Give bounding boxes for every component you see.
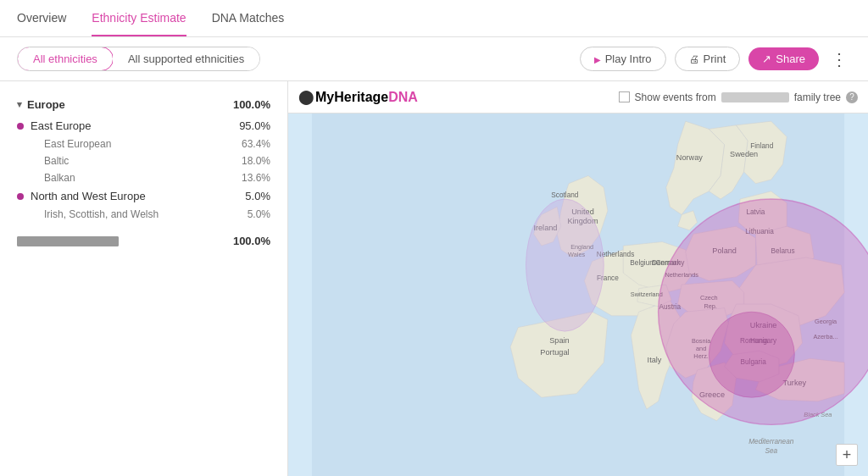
print-icon: 🖨: [689, 53, 699, 65]
group-europe-label: Europe: [27, 98, 65, 111]
main-content: ▾ Europe 100.0% East Europe 95.0% East E…: [0, 81, 868, 476]
filter-supported-ethnicities[interactable]: All supported ethnicities: [113, 47, 259, 70]
share-icon: ↗: [762, 53, 771, 65]
filter-all-ethnicities[interactable]: All ethnicities: [17, 47, 114, 71]
progress-bar: [17, 236, 119, 246]
filter-group: All ethnicities All supported ethnicitie…: [17, 47, 260, 71]
map-header: ⬤ MyHeritage DNA Show events from family…: [288, 81, 868, 113]
uk-ireland-overlay: [526, 199, 604, 331]
item-baltic: Baltic 18.0%: [0, 152, 287, 169]
svg-text:Finland: Finland: [750, 142, 773, 150]
subgroup-north-west-pct: 5.0%: [245, 190, 270, 202]
total-percentage: 100.0%: [233, 235, 270, 247]
svg-text:Mediterranean: Mediterranean: [748, 438, 794, 446]
info-icon[interactable]: ?: [846, 91, 858, 103]
item-east-european: East European 63.4%: [0, 136, 287, 152]
svg-text:Scotland: Scotland: [551, 191, 579, 199]
toolbar: All ethnicities All supported ethnicitie…: [0, 37, 868, 81]
map-area: ⬤ MyHeritage DNA Show events from family…: [288, 81, 868, 476]
nav-dna-matches[interactable]: DNA Matches: [212, 1, 285, 36]
print-button[interactable]: 🖨 Print: [675, 47, 741, 71]
myheritage-logo: ⬤ MyHeritage DNA: [298, 89, 418, 105]
zoom-in-button[interactable]: +: [836, 444, 858, 466]
item-irish-scottish-welsh: Irish, Scottish, and Welsh 5.0%: [0, 206, 287, 223]
share-label: Share: [776, 53, 805, 65]
dot-east-europe: [17, 123, 24, 130]
group-europe-pct: 100.0%: [233, 98, 270, 111]
play-intro-button[interactable]: Play Intro: [580, 47, 666, 71]
progress-bar-fill: [17, 236, 119, 246]
svg-text:Norway: Norway: [676, 153, 704, 162]
subgroup-east-europe: East Europe 95.0%: [0, 116, 287, 136]
subgroup-north-west-label: North and West Europe: [31, 190, 146, 202]
nav-ethnicity[interactable]: Ethnicity Estimate: [92, 1, 186, 36]
show-events-control: Show events from family tree ?: [619, 91, 858, 103]
svg-text:Italy: Italy: [648, 356, 662, 364]
show-events-checkbox[interactable]: [619, 91, 630, 102]
svg-text:Sweden: Sweden: [730, 150, 758, 158]
sidebar: ▾ Europe 100.0% East Europe 95.0% East E…: [0, 81, 288, 476]
subgroup-north-west-europe: North and West Europe 5.0%: [0, 186, 287, 206]
logo-text-myheritage: MyHeritage: [315, 90, 388, 105]
svg-text:Sea: Sea: [765, 447, 777, 455]
svg-text:Switzerland: Switzerland: [631, 291, 663, 298]
action-buttons: Play Intro 🖨 Print ↗ Share ⋮: [580, 47, 851, 71]
print-label: Print: [704, 53, 726, 65]
dot-north-west-europe: [17, 193, 24, 200]
group-europe-header[interactable]: ▾ Europe 100.0%: [0, 93, 287, 116]
europe-map-svg: Norway Sweden Finland Latvia Lithuania B…: [288, 113, 868, 476]
top-navigation: Overview Ethnicity Estimate DNA Matches: [0, 0, 868, 37]
svg-text:Spain: Spain: [549, 336, 569, 345]
item-balkan: Balkan 13.6%: [0, 169, 287, 186]
more-options-button[interactable]: ⋮: [827, 49, 851, 69]
family-tree-label: family tree: [794, 91, 841, 103]
play-icon: [594, 53, 601, 65]
logo-circle-icon: ⬤: [298, 89, 314, 105]
svg-text:Portugal: Portugal: [540, 348, 569, 357]
nav-overview[interactable]: Overview: [17, 1, 66, 36]
play-intro-label: Play Intro: [605, 53, 652, 65]
share-button[interactable]: ↗ Share: [748, 47, 819, 70]
logo-text-dna: DNA: [388, 90, 418, 105]
family-tree-name-blurred: [721, 92, 789, 102]
chevron-down-icon: ▾: [17, 99, 22, 110]
show-events-label: Show events from: [635, 91, 716, 103]
balkan-overlay: [709, 312, 794, 397]
subgroup-east-europe-pct: 95.0%: [239, 119, 270, 132]
progress-section: 100.0%: [0, 226, 287, 256]
map-svg-container: Norway Sweden Finland Latvia Lithuania B…: [288, 113, 868, 476]
subgroup-east-europe-label: East Europe: [31, 119, 92, 132]
